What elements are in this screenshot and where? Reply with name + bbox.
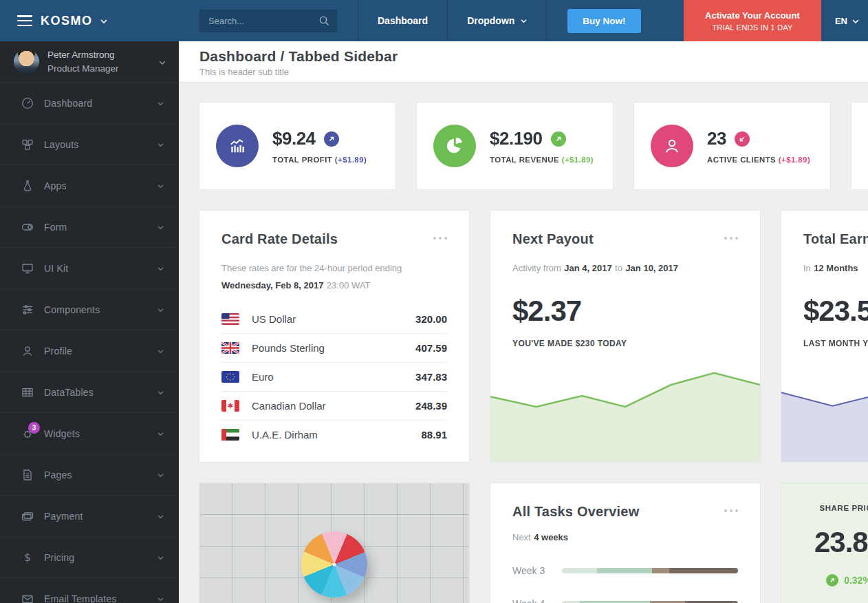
earnings-period-text: In 12 Months (803, 260, 868, 277)
datatables-grid-icon (21, 385, 34, 399)
sidebar-item-widgets[interactable]: 3 Widgets (0, 413, 179, 454)
buy-now-button[interactable]: Buy Now! (567, 9, 640, 33)
profile-chevron-down-icon (158, 59, 165, 65)
pie-chart-icon (433, 125, 476, 167)
share-price-value: 23.82 (814, 526, 868, 559)
task-row: Week 3 (512, 565, 738, 576)
sidebar-item-ui-kit[interactable]: UI Kit (0, 248, 179, 289)
earnings-note: LAST MONTH YOU... (803, 339, 868, 348)
sidebar-item-apps[interactable]: Apps (0, 165, 179, 207)
stat-card-active-clients: 23 ACTIVE CLIENTS (+$1.89) (633, 102, 831, 190)
share-price-label: SHARE PRICE (819, 504, 868, 512)
sidebar-item-form[interactable]: Form (0, 207, 179, 248)
sidebar-item-dashboard[interactable]: Dashboard (0, 83, 179, 124)
payout-amount: $2.37 (512, 295, 738, 328)
layouts-cubes-icon (21, 138, 34, 151)
card-next-payout: Next Payout Activity from Jan 4, 2017 to… (490, 210, 761, 463)
widgets-row-1: Card Rate Details These rates are for th… (199, 210, 868, 463)
task-row: Week 4 (512, 598, 738, 603)
pricing-dollar-icon: $ (21, 551, 34, 564)
hamburger-menu-icon[interactable] (17, 15, 32, 26)
stat-delta: (+$1.89) (779, 156, 810, 164)
nav-item-dashboard[interactable]: Dashboard (358, 0, 447, 41)
profile-role: Product Manager (47, 62, 119, 76)
sidebar-item-profile[interactable]: Profile (0, 330, 179, 372)
card-title: All Tasks Overview (512, 504, 639, 520)
stat-delta: (+$1.89) (562, 156, 594, 164)
table-row: Canadian Dollar 248.39 (221, 392, 447, 421)
stat-value: 23 (707, 128, 726, 149)
stat-label: ACTIVE CLIENTS (+$1.89) (707, 156, 810, 164)
card-rate-details: Card Rate Details These rates are for th… (199, 210, 470, 463)
stat-value: $9.24 (272, 128, 316, 149)
earnings-amount: $23.54 (803, 295, 868, 328)
sidebar-item-datatables[interactable]: DataTables (0, 372, 179, 413)
top-navbar: KOSMO Dashboard Dropdown Buy Now! Activa… (0, 0, 868, 41)
trend-up-icon (826, 574, 838, 586)
search-icon[interactable] (318, 15, 330, 30)
search-input[interactable] (199, 10, 337, 32)
chevron-down-icon (157, 306, 164, 313)
uk-flag-icon (221, 342, 239, 354)
brand-chevron-down-icon[interactable] (100, 17, 107, 24)
uae-flag-icon (221, 429, 239, 441)
table-row: U.A.E. Dirham 88.91 (221, 421, 447, 449)
components-sliders-icon (21, 303, 34, 317)
stats-row: $9.24 TOTAL PROFIT (+$1.89) $ (199, 102, 868, 190)
trend-up-icon (324, 131, 339, 147)
chevron-down-icon (157, 100, 164, 107)
page-title: Dashboard / Tabbed Sidebar (199, 48, 847, 65)
sidebar-item-payment[interactable]: Payment (0, 496, 179, 537)
apps-flask-icon (21, 179, 34, 193)
brand-logo[interactable]: KOSMO (41, 14, 93, 28)
trial-activate-banner[interactable]: Activate Your Account TRIAL ENDS IN 1 DA… (684, 0, 821, 41)
profile-name: Peter Armstrong (47, 48, 119, 62)
page-header: Dashboard / Tabbed Sidebar This is heade… (179, 41, 868, 83)
sidebar-item-pricing[interactable]: $ Pricing (0, 537, 179, 578)
sidebar: Peter Armstrong Product Manager Dashboar… (0, 41, 179, 603)
tasks-next-text: Next 4 weeks (512, 531, 738, 543)
eu-flag-icon (221, 371, 239, 383)
language-selector[interactable]: EN (821, 16, 868, 26)
stat-label: TOTAL PROFIT (+$1.89) (272, 156, 367, 164)
avatar (14, 49, 39, 74)
sidebar-item-pages[interactable]: Pages (0, 454, 179, 496)
nav-item-dropdown[interactable]: Dropdown (447, 0, 547, 41)
earnings-trend-chart (781, 385, 868, 462)
chevron-down-icon (157, 472, 164, 478)
sidebar-profile[interactable]: Peter Armstrong Product Manager (0, 41, 179, 83)
dashboard-gauge-icon (21, 96, 34, 110)
sidebar-item-components[interactable]: Components (0, 289, 179, 330)
bar-chart-icon (216, 125, 259, 167)
stat-delta: (+$1.89) (335, 156, 367, 164)
chevron-down-icon (157, 595, 164, 602)
chevron-down-icon (157, 224, 164, 231)
payout-note: YOU'VE MADE $230 TODAY (512, 339, 738, 348)
chevron-down-icon (157, 389, 164, 396)
pages-document-icon (21, 468, 34, 482)
payment-card-icon (21, 509, 34, 523)
card-title: Next Payout (512, 231, 594, 247)
stat-label: TOTAL REVENUE (+$1.89) (490, 156, 594, 164)
umbrella-image (301, 531, 367, 597)
trend-up-icon (551, 131, 566, 147)
ui-kit-monitor-icon (21, 262, 34, 275)
form-toggle-icon (21, 220, 34, 234)
widgets-row-2: All Tasks Overview Next 4 weeks Week 3 W… (199, 483, 868, 603)
ellipsis-menu-icon[interactable] (724, 504, 738, 512)
umbrella-photo (199, 483, 470, 603)
ellipsis-menu-icon[interactable] (433, 231, 447, 240)
chevron-down-icon (157, 265, 164, 272)
stat-value: $2.190 (490, 128, 543, 149)
card-all-tasks-overview: All Tasks Overview Next 4 weeks Week 3 W… (490, 483, 761, 603)
chevron-down-icon (157, 141, 164, 148)
widgets-gear-icon: 3 (21, 427, 34, 441)
sidebar-item-email-templates[interactable]: Email Templates (0, 578, 179, 603)
ellipsis-menu-icon[interactable] (724, 231, 738, 240)
language-chevron-down-icon (851, 17, 858, 24)
sidebar-item-layouts[interactable]: Layouts (0, 124, 179, 165)
card-total-earnings: Total Earnings In 12 Months $23.54 LAST … (781, 210, 868, 463)
week3-progress-bar (562, 568, 738, 573)
card-title: Card Rate Details (221, 231, 338, 247)
rates-period-text: These rates are for the 24-hour period e… (221, 260, 447, 294)
